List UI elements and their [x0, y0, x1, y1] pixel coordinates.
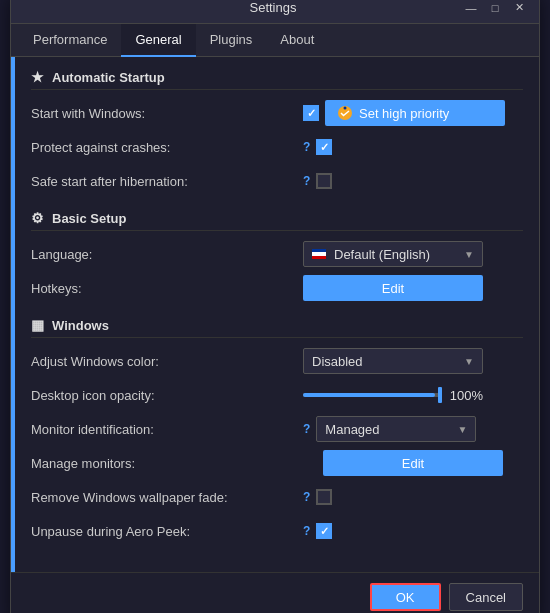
slider-thumb	[438, 387, 442, 403]
checkbox-safe-start[interactable]	[316, 173, 332, 189]
section-windows: ▦ Windows Adjust Windows color: Disabled…	[31, 317, 523, 544]
gear-icon: ⚙	[31, 210, 44, 226]
windows-icon: ▦	[31, 317, 44, 333]
dropdown-monitor-id[interactable]: Managed ▼	[316, 416, 476, 442]
help-icon-safe-start[interactable]: ?	[303, 174, 310, 188]
settings-window: Settings — □ ✕ Performance General Plugi…	[10, 0, 540, 613]
section-header-basic-setup: ⚙ Basic Setup	[31, 210, 523, 231]
tab-plugins[interactable]: Plugins	[196, 24, 267, 57]
help-icon-protect-crashes[interactable]: ?	[303, 140, 310, 154]
label-adjust-color: Adjust Windows color:	[31, 354, 159, 369]
dropdown-language[interactable]: Default (English) ▼	[303, 241, 483, 267]
priority-button-label: Set high priority	[359, 106, 449, 121]
row-desktop-opacity: Desktop icon opacity: 100%	[31, 382, 523, 408]
row-protect-crashes: Protect against crashes: ?	[31, 134, 523, 160]
label-monitor-id: Monitor identification:	[31, 422, 154, 437]
dropdown-adjust-color[interactable]: Disabled ▼	[303, 348, 483, 374]
minimize-button[interactable]: —	[463, 0, 479, 16]
edit-monitors-button[interactable]: Edit	[323, 450, 503, 476]
row-monitor-id: Monitor identification: ? Managed ▼	[31, 416, 523, 442]
adjust-color-value: Disabled	[312, 354, 363, 369]
maximize-button[interactable]: □	[487, 0, 503, 16]
label-aero-peek: Unpause during Aero Peek:	[31, 524, 190, 539]
row-aero-peek: Unpause during Aero Peek: ?	[31, 518, 523, 544]
tab-bar: Performance General Plugins About	[11, 24, 539, 57]
star-icon: ★	[31, 69, 44, 85]
dropdown-flag-icon: Default (English)	[312, 247, 430, 262]
dropdown-arrow-color: ▼	[464, 356, 474, 367]
section-title-windows: Windows	[52, 318, 109, 333]
section-header-windows: ▦ Windows	[31, 317, 523, 338]
title-bar: Settings — □ ✕	[11, 0, 539, 24]
section-basic-setup: ⚙ Basic Setup Language: Default (English…	[31, 210, 523, 301]
label-hotkeys: Hotkeys:	[31, 281, 82, 296]
row-language: Language: Default (English) ▼	[31, 241, 523, 267]
row-wallpaper-fade: Remove Windows wallpaper fade: ?	[31, 484, 523, 510]
label-start-with-windows: Start with Windows:	[31, 106, 145, 121]
slider-desktop-opacity[interactable]: 100%	[303, 388, 483, 403]
slider-track	[303, 393, 442, 397]
label-safe-start: Safe start after hibernation:	[31, 174, 188, 189]
dropdown-arrow-monitor: ▼	[457, 424, 467, 435]
checkbox-aero-peek[interactable]	[316, 523, 332, 539]
section-header-automatic-startup: ★ Automatic Startup	[31, 69, 523, 90]
row-hotkeys: Hotkeys: Edit	[31, 275, 523, 301]
slider-value: 100%	[450, 388, 483, 403]
label-language: Language:	[31, 247, 92, 262]
content-area: ★ Automatic Startup Start with Windows:	[11, 57, 539, 572]
row-start-with-windows: Start with Windows: Set high priority	[31, 100, 523, 126]
dropdown-arrow-language: ▼	[464, 249, 474, 260]
section-automatic-startup: ★ Automatic Startup Start with Windows:	[31, 69, 523, 194]
section-title-automatic-startup: Automatic Startup	[52, 70, 165, 85]
close-button[interactable]: ✕	[511, 0, 527, 16]
slider-fill	[303, 393, 435, 397]
window-controls: — □ ✕	[463, 0, 527, 16]
tab-about[interactable]: About	[266, 24, 328, 57]
row-manage-monitors: Manage monitors: Edit	[31, 450, 523, 476]
footer: OK Cancel	[11, 572, 539, 613]
section-title-basic-setup: Basic Setup	[52, 211, 126, 226]
main-content: ★ Automatic Startup Start with Windows:	[15, 57, 539, 572]
help-icon-wallpaper-fade[interactable]: ?	[303, 490, 310, 504]
tab-general[interactable]: General	[121, 24, 195, 57]
monitor-id-value: Managed	[325, 422, 379, 437]
row-safe-start: Safe start after hibernation: ?	[31, 168, 523, 194]
language-value: Default (English)	[334, 247, 430, 262]
ok-button[interactable]: OK	[370, 583, 441, 611]
priority-icon	[337, 105, 353, 121]
checkbox-wallpaper-fade[interactable]	[316, 489, 332, 505]
checkbox-start-with-windows[interactable]	[303, 105, 319, 121]
row-adjust-color: Adjust Windows color: Disabled ▼	[31, 348, 523, 374]
tab-performance[interactable]: Performance	[19, 24, 121, 57]
cancel-button[interactable]: Cancel	[449, 583, 523, 611]
label-wallpaper-fade: Remove Windows wallpaper fade:	[31, 490, 228, 505]
help-icon-monitor-id[interactable]: ?	[303, 422, 310, 436]
label-desktop-opacity: Desktop icon opacity:	[31, 388, 155, 403]
help-icon-aero-peek[interactable]: ?	[303, 524, 310, 538]
label-protect-crashes: Protect against crashes:	[31, 140, 170, 155]
flag-icon	[312, 249, 326, 259]
edit-hotkeys-button[interactable]: Edit	[303, 275, 483, 301]
set-high-priority-button[interactable]: Set high priority	[325, 100, 505, 126]
label-manage-monitors: Manage monitors:	[31, 456, 135, 471]
svg-point-1	[344, 107, 347, 110]
window-title: Settings	[83, 0, 463, 15]
checkbox-protect-crashes[interactable]	[316, 139, 332, 155]
